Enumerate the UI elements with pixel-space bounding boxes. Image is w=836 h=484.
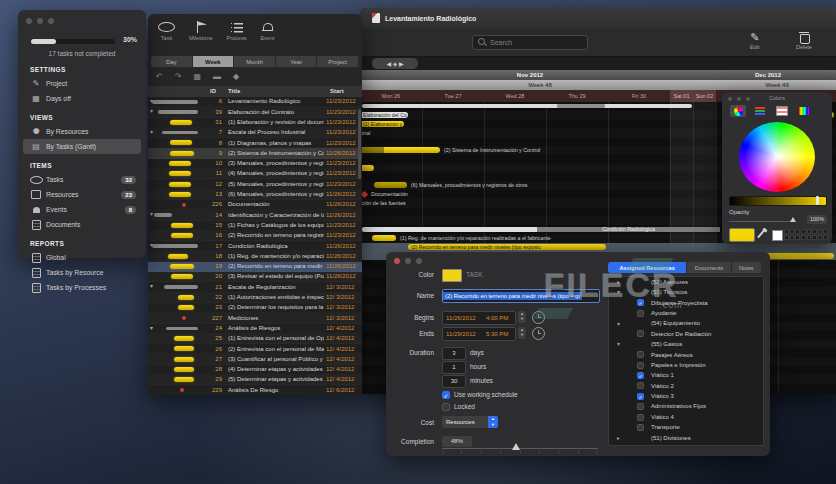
task-row[interactable]: 28(4) Determinar etapas y actividades cr… (148, 365, 362, 375)
task-color-swatch[interactable] (442, 269, 462, 282)
swatch-cell[interactable] (801, 229, 806, 234)
disclosure-triangle-icon[interactable]: ▾ (150, 107, 153, 116)
swatch-cell[interactable] (784, 235, 789, 240)
resource-checkbox[interactable] (637, 414, 644, 421)
ends-stepper[interactable]: ▲▼ (518, 327, 526, 339)
sidebar-item-resources[interactable]: Resources23 (23, 187, 141, 202)
sidebar-item-tasks-by-processes[interactable]: Tasks by Processes (23, 280, 141, 295)
gantt-milestone-icon[interactable] (361, 191, 368, 198)
swatch-cell[interactable] (818, 229, 823, 234)
sidebar-item-documents[interactable]: Documents (23, 217, 141, 232)
duration-days-input[interactable]: 3 (442, 347, 466, 360)
swatch-cell[interactable] (823, 229, 828, 234)
delete-button[interactable]: Delete (796, 31, 812, 50)
task-row[interactable]: 29(5) Determinar etapas y actividades cr… (148, 375, 362, 385)
completion-thumb[interactable] (512, 443, 520, 450)
resource-row[interactable]: Pasajes Aéreos (609, 350, 763, 360)
white-swatch[interactable] (772, 230, 783, 241)
task-row[interactable]: 22(1) Autorizaciones emitidas e inspecci… (148, 293, 362, 303)
swatch-cell[interactable] (795, 235, 800, 240)
duration-hours-input[interactable]: 1 (442, 361, 466, 374)
swatch-cell[interactable] (823, 235, 828, 240)
swatch-cell[interactable] (812, 235, 817, 240)
task-row[interactable]: 11(4) Manuales, procedimientos y registr… (148, 169, 362, 179)
task-row[interactable]: 20(3) Revisar el estado del equipo (Posi… (148, 272, 362, 282)
sidebar-item-by-tasks-gantt-[interactable]: ▤By Tasks (Gantt) (23, 139, 141, 154)
minimize-icon[interactable] (405, 258, 411, 264)
swatch-cell[interactable] (790, 235, 795, 240)
task-row[interactable]: 16(2) Recorrido en terreno para registra… (148, 231, 362, 241)
resource-checkbox[interactable] (637, 403, 644, 410)
column-title[interactable]: Title (228, 88, 240, 94)
sidebar-item-tasks[interactable]: Tasks32 (23, 172, 141, 187)
mini-tool-icon-3[interactable]: ▬ (213, 72, 221, 81)
duration-minutes-input[interactable]: 30 (442, 375, 466, 388)
ends-field[interactable]: 11/29/2012 5:30 PM (442, 327, 516, 341)
gantt-white-bar[interactable]: Elaboración del Co (360, 112, 408, 118)
disclosure-down-icon[interactable]: ▾ (617, 340, 620, 347)
sidebar-item-days-off[interactable]: ▦Days off (23, 91, 141, 106)
swatch-cell[interactable] (807, 229, 812, 234)
gantt-task-bar[interactable] (360, 165, 374, 171)
swatch-cell[interactable] (818, 235, 823, 240)
color-wheel[interactable] (739, 122, 815, 192)
tab-notes[interactable]: Notes (732, 262, 762, 273)
resource-checkbox[interactable] (637, 310, 644, 317)
locked-checkbox[interactable] (442, 403, 450, 411)
task-row[interactable]: 229Análisis De Riesgo12/ 6/2012 (148, 385, 362, 395)
resource-checkbox[interactable]: ✓ (637, 393, 644, 400)
task-row[interactable]: 25(1) Entrevista con el personal de Oper… (148, 334, 362, 344)
task-row[interactable]: 26(2) Entrevista con el personal de Mant… (148, 344, 362, 354)
swatch-cell[interactable] (795, 229, 800, 234)
task-row[interactable]: ▾39Elaboración del Contrato11/23/2012 (148, 107, 362, 117)
mini-tool-icon-4[interactable]: ◆ (233, 72, 239, 81)
color-sliders-tab[interactable] (752, 105, 768, 117)
task-row[interactable]: ▾7Escala del Proceso Industrial11/23/201… (148, 128, 362, 138)
vertical-scrollbar[interactable] (358, 109, 361, 179)
begins-field[interactable]: 11/26/2012 4:00 PM (442, 311, 516, 325)
opacity-thumb[interactable] (790, 217, 796, 222)
tool-event-button[interactable]: Event (260, 20, 274, 54)
swatch-grid[interactable] (784, 229, 828, 240)
mini-tool-icon-2[interactable]: ▦ (193, 72, 201, 81)
resource-row[interactable]: ▸(52) Asesores (609, 277, 763, 287)
resource-checkbox[interactable] (637, 362, 644, 369)
zoom-icon[interactable] (48, 18, 54, 24)
resource-row[interactable]: Administrativos Fijos (609, 402, 763, 412)
brightness-slider[interactable] (729, 196, 827, 206)
disclosure-triangle-icon[interactable]: ▾ (150, 128, 153, 137)
task-row[interactable]: 27(3) Cuantificar al personal Público y … (148, 354, 362, 364)
resource-row[interactable]: ▾(53) Técnicos (609, 287, 763, 297)
color-spectrum-tab[interactable] (796, 105, 812, 117)
ends-clock-icon[interactable] (532, 327, 545, 340)
close-icon[interactable] (394, 258, 400, 264)
tool-milestone-button[interactable]: Milestone (189, 20, 213, 54)
swatch-cell[interactable] (812, 229, 817, 234)
disclosure-right-icon[interactable]: ▸ (617, 278, 620, 285)
task-row[interactable]: ▾6Levantamiento Radiológico11/23/2012 (148, 97, 362, 107)
color-wheel-tab[interactable] (730, 105, 746, 117)
swatch-cell[interactable] (784, 229, 789, 234)
segment-week[interactable]: Week (193, 56, 235, 67)
resource-checkbox[interactable]: ✓ (637, 299, 644, 306)
task-row[interactable]: 18(1) Reg. de mantención y/o reparación … (148, 251, 362, 261)
gantt-task-bar[interactable] (372, 235, 396, 241)
resource-row[interactable]: ✓Dibujante Proyectista (609, 298, 763, 308)
zoom-icon[interactable] (416, 258, 422, 264)
gantt-task-bar[interactable]: (1) Elaboración y r (360, 121, 404, 127)
resource-row[interactable]: ✓Viático 1 (609, 371, 763, 381)
mini-tool-icon-0[interactable]: ↶ (156, 72, 163, 81)
task-row[interactable]: 10(3) Manuales, procedimientos y registr… (148, 159, 362, 169)
task-row[interactable]: 9(2) Sistema de Instrumentación y Contro… (148, 148, 362, 158)
task-row[interactable]: 226Documentación11/26/2012 (148, 200, 362, 210)
sidebar-item-project[interactable]: ✎Project (23, 76, 141, 91)
tab-documents[interactable]: Documents (687, 262, 731, 273)
search-input[interactable]: Search (472, 35, 588, 50)
resource-row[interactable]: ▸(51) Divisiones (609, 433, 763, 443)
resource-row[interactable]: ▾(55) Gastos (609, 339, 763, 349)
sidebar-item-events[interactable]: Events8 (23, 202, 141, 217)
sidebar-item-global[interactable]: Global (23, 250, 141, 265)
tool-process-button[interactable]: Process (227, 20, 247, 54)
resource-row[interactable]: Viático 2 (609, 381, 763, 391)
tool-task-button[interactable]: Task (158, 20, 175, 54)
